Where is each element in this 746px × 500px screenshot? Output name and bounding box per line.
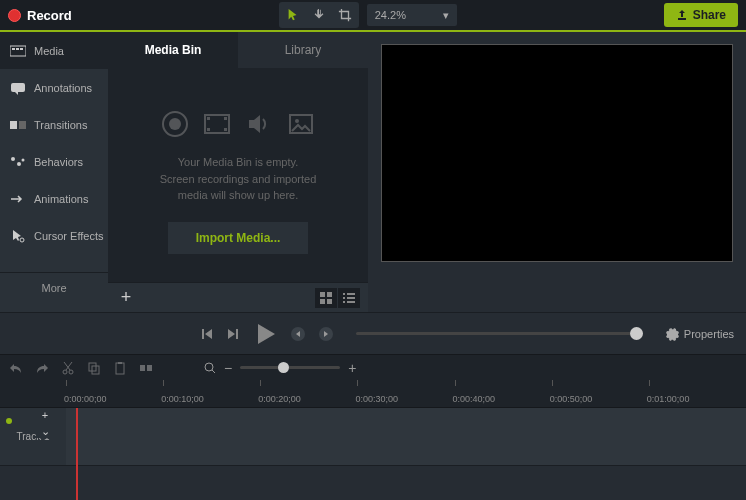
svg-rect-20 <box>320 292 325 297</box>
svg-rect-2 <box>16 48 19 50</box>
track-lane[interactable] <box>66 408 746 465</box>
audio-media-icon <box>245 110 273 138</box>
record-label: Record <box>27 8 72 23</box>
svg-rect-21 <box>327 292 332 297</box>
svg-rect-22 <box>320 299 325 304</box>
image-media-icon <box>287 110 315 138</box>
redo-button[interactable] <box>34 360 50 376</box>
sidebar-item-media[interactable]: Media <box>0 32 108 69</box>
timeline-zoom-slider[interactable] <box>240 366 340 369</box>
sidebar-item-behaviors[interactable]: Behaviors <box>0 143 108 180</box>
svg-rect-24 <box>343 293 345 295</box>
svg-rect-39 <box>147 365 152 371</box>
add-track-button[interactable]: + <box>36 408 54 422</box>
tab-media-bin[interactable]: Media Bin <box>108 32 238 68</box>
svg-rect-1 <box>12 48 15 50</box>
svg-rect-6 <box>19 121 26 129</box>
svg-rect-29 <box>347 301 355 303</box>
select-tool[interactable] <box>281 4 305 26</box>
step-back-button[interactable] <box>290 326 306 342</box>
zoom-in-button[interactable]: + <box>348 360 356 376</box>
marker-indicator[interactable] <box>6 418 12 424</box>
record-button[interactable]: Record <box>8 8 72 23</box>
sidebar-item-transitions[interactable]: Transitions <box>0 106 108 143</box>
svg-rect-36 <box>116 363 124 374</box>
video-media-icon <box>203 110 231 138</box>
zoom-value: 24.2% <box>375 9 406 21</box>
play-button[interactable] <box>252 321 278 347</box>
svg-rect-5 <box>10 121 17 129</box>
svg-rect-15 <box>207 128 210 131</box>
list-view-button[interactable] <box>338 288 360 308</box>
gear-icon <box>665 327 679 341</box>
paste-button[interactable] <box>112 360 128 376</box>
properties-button[interactable]: Properties <box>665 327 734 341</box>
svg-point-10 <box>20 238 24 242</box>
zoom-dropdown[interactable]: 24.2% ▾ <box>367 4 457 26</box>
grid-view-button[interactable] <box>315 288 337 308</box>
svg-rect-14 <box>207 117 210 120</box>
scrubber-head[interactable] <box>630 327 643 340</box>
zoom-icon <box>204 362 216 374</box>
add-media-button[interactable]: + <box>116 288 136 308</box>
svg-rect-0 <box>10 46 26 56</box>
chevron-down-icon: ▾ <box>443 9 449 22</box>
upload-icon <box>676 9 688 21</box>
svg-rect-28 <box>343 301 345 303</box>
share-label: Share <box>693 8 726 22</box>
sidebar-more[interactable]: More <box>0 272 108 302</box>
svg-rect-37 <box>118 362 122 364</box>
svg-point-8 <box>17 162 21 166</box>
prev-frame-button[interactable] <box>200 327 214 341</box>
share-button[interactable]: Share <box>664 3 738 27</box>
svg-rect-23 <box>327 299 332 304</box>
undo-button[interactable] <box>8 360 24 376</box>
playback-scrubber[interactable] <box>356 332 643 335</box>
cut-button[interactable] <box>60 360 76 376</box>
svg-rect-4 <box>11 83 25 92</box>
sidebar-item-annotations[interactable]: Annotations <box>0 69 108 106</box>
empty-bin-message: Your Media Bin is empty. Screen recordin… <box>140 154 337 204</box>
tab-library[interactable]: Library <box>238 32 368 68</box>
media-type-icons <box>161 110 315 138</box>
svg-rect-17 <box>224 128 227 131</box>
svg-rect-38 <box>140 365 145 371</box>
svg-point-33 <box>69 370 73 374</box>
svg-rect-25 <box>347 293 355 295</box>
svg-point-19 <box>295 119 299 123</box>
zoom-out-button[interactable]: − <box>224 360 232 376</box>
crop-tool[interactable] <box>333 4 357 26</box>
step-forward-button[interactable] <box>318 326 334 342</box>
split-button[interactable] <box>138 360 154 376</box>
timeline-ruler[interactable]: 0:00:00;00 0:00:10;00 0:00:20;00 0:00:30… <box>0 380 746 408</box>
svg-rect-16 <box>224 117 227 120</box>
svg-point-12 <box>169 118 181 130</box>
collapse-tracks-button[interactable]: ⌄ <box>36 424 54 438</box>
record-icon <box>8 9 21 22</box>
copy-button[interactable] <box>86 360 102 376</box>
sidebar-item-cursor-effects[interactable]: Cursor Effects <box>0 217 108 254</box>
svg-rect-3 <box>20 48 23 50</box>
svg-rect-26 <box>343 297 345 299</box>
svg-point-9 <box>22 158 25 161</box>
track-header[interactable]: Track 1 <box>0 408 66 465</box>
pan-tool[interactable] <box>307 4 331 26</box>
record-media-icon <box>161 110 189 138</box>
sidebar-item-animations[interactable]: Animations <box>0 180 108 217</box>
next-frame-button[interactable] <box>226 327 240 341</box>
preview-canvas[interactable] <box>381 44 733 262</box>
svg-rect-27 <box>347 297 355 299</box>
svg-point-7 <box>11 157 15 161</box>
import-media-button[interactable]: Import Media... <box>168 222 309 254</box>
svg-point-32 <box>63 370 67 374</box>
svg-point-40 <box>205 363 213 371</box>
zoom-thumb[interactable] <box>278 362 289 373</box>
